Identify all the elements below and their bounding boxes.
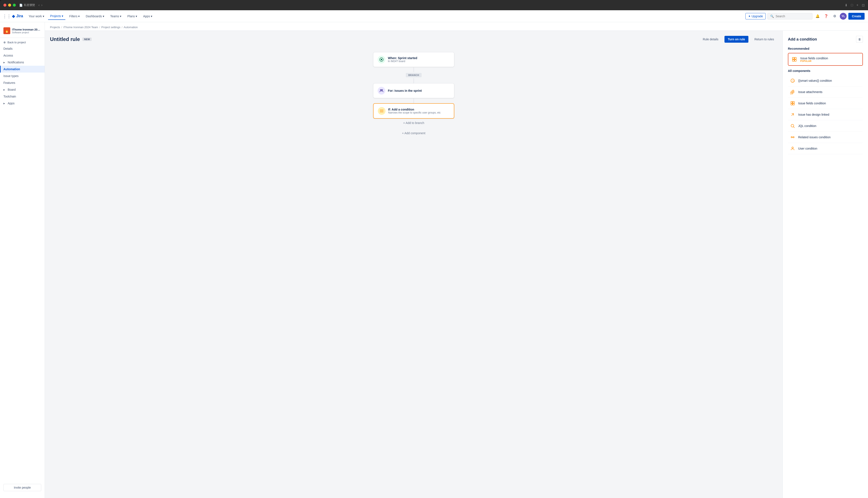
sidebar-bottom: Invite people [0, 481, 44, 495]
breadcrumb-project-settings[interactable]: Project settings [101, 26, 120, 29]
component-jql[interactable]: JQL condition [788, 120, 863, 132]
nav-plans[interactable]: Plans ▾ [125, 13, 139, 19]
notifications-expand-icon: ▶ [3, 61, 5, 64]
for-node[interactable]: For: Issues in the sprint [373, 83, 454, 98]
nav-dashboards[interactable]: Dashboards ▾ [84, 13, 106, 19]
trigger-node-text: When: Sprint started In IM24T board [388, 56, 450, 63]
your-work-arrow: ▾ [43, 14, 44, 18]
breadcrumb-sep-3: / [122, 26, 123, 29]
delete-icon: 🗑 [858, 38, 861, 41]
related-issues-label: Related issues condition [798, 135, 831, 139]
user-condition-label: User condition [798, 147, 817, 150]
trigger-node[interactable]: When: Sprint started In IM24T board [373, 52, 454, 67]
search-input[interactable] [776, 14, 810, 18]
nav-teams[interactable]: Teams ▾ [108, 13, 124, 19]
sidebar-item-features[interactable]: Features [0, 79, 44, 86]
main-content: Projects / iThome Ironman 2024 Team / Pr… [45, 22, 868, 498]
recommended-icon [791, 56, 798, 63]
nav-apps[interactable]: Apps ▾ [141, 13, 154, 19]
settings-button[interactable]: ⚙ [831, 13, 838, 19]
smart-values-label: {{smart values}} condition [798, 79, 832, 82]
project-info: iThome Ironman 2024 ... Software project [12, 28, 41, 34]
svg-point-1 [381, 59, 382, 61]
filters-label: Filters [69, 14, 77, 18]
back-to-project-link[interactable]: ⊕ Back to project [0, 39, 44, 45]
sidebar-item-apps[interactable]: ▶ Apps [0, 100, 44, 107]
flow-connector-3 [413, 98, 414, 103]
recommended-badge: POPULAR [800, 60, 860, 62]
sidebar-item-issue-types[interactable]: Issue types [0, 73, 44, 79]
mac-window-chrome: 📄 私密瀏覽 ‹ › ⬇ □ + ⊡ [0, 0, 868, 10]
breadcrumb: Projects / iThome Ironman 2024 Team / Pr… [45, 22, 868, 31]
branch-label: BRANCH [406, 73, 422, 77]
component-issue-fields[interactable]: Issue fields condition [788, 98, 863, 109]
turn-on-rule-button[interactable]: Turn on rule [725, 36, 749, 43]
create-button[interactable]: Create [848, 13, 865, 19]
features-label: Features [3, 81, 15, 84]
back-nav-button[interactable]: ‹ [38, 3, 39, 7]
projects-arrow: ▾ [62, 14, 63, 18]
fullscreen-button[interactable] [13, 4, 16, 6]
issue-attachments-label: Issue attachments [798, 90, 822, 94]
breadcrumb-projects[interactable]: Projects [50, 26, 60, 29]
teams-label: Teams [110, 14, 119, 18]
upgrade-button[interactable]: ✦ Upgrade [745, 13, 766, 19]
search-icon: 🔍 [770, 14, 774, 18]
help-button[interactable]: ❓ [823, 13, 830, 19]
component-smart-values[interactable]: {{}} {{smart values}} condition [788, 75, 863, 87]
invite-people-button[interactable]: Invite people [3, 484, 41, 491]
svg-rect-11 [793, 102, 794, 103]
notifications-bell-button[interactable]: 🔔 [814, 13, 821, 19]
rule-editor: Untitled rule NEW Rule details Turn on r… [45, 31, 782, 498]
bookmark-icon[interactable]: □ [851, 3, 853, 7]
condition-node[interactable]: If: Add a condition Narrows the scope to… [373, 103, 454, 119]
trigger-title: When: Sprint started [388, 56, 450, 60]
svg-rect-6 [792, 60, 794, 61]
new-tab-icon[interactable]: + [856, 3, 858, 7]
close-button[interactable] [3, 4, 7, 6]
user-condition-icon [790, 145, 795, 152]
add-component-button[interactable]: + Add component [402, 129, 425, 137]
search-bar[interactable]: 🔍 [767, 13, 813, 19]
details-label: Details [3, 47, 13, 50]
sidebar-item-automation[interactable]: Automation [0, 66, 44, 73]
sidebar-item-access[interactable]: Access [0, 52, 44, 59]
project-icon: 🔥 [3, 27, 10, 34]
sidebar-item-toolchain[interactable]: Toolchain [0, 93, 44, 100]
component-issue-design[interactable]: Issue has design linked [788, 109, 863, 120]
jira-logo[interactable]: ◆ Jira [12, 14, 23, 18]
component-issue-attachments[interactable]: Issue attachments [788, 87, 863, 98]
issue-design-icon [790, 112, 795, 118]
project-name: iThome Ironman 2024 ... [12, 28, 41, 31]
minimize-button[interactable] [8, 4, 11, 6]
content-area: Untitled rule NEW Rule details Turn on r… [45, 31, 868, 498]
filters-arrow: ▾ [78, 14, 80, 18]
share-icon[interactable]: ⊡ [862, 3, 865, 7]
svg-rect-10 [791, 102, 792, 103]
component-user-condition[interactable]: User condition [788, 143, 863, 154]
user-avatar[interactable]: YL [840, 13, 847, 19]
jql-label: JQL condition [798, 124, 816, 128]
related-issues-icon [790, 134, 795, 140]
breadcrumb-team[interactable]: iThome Ironman 2024 Team [63, 26, 98, 29]
add-to-branch-button[interactable]: + Add to branch [403, 119, 424, 127]
sidebar-item-details[interactable]: Details [0, 45, 44, 52]
forward-nav-button[interactable]: › [41, 3, 42, 7]
grid-menu-button[interactable]: ⋮⋮ [3, 13, 10, 19]
nav-your-work[interactable]: Your work ▾ [26, 13, 46, 19]
nav-projects[interactable]: Projects ▾ [48, 13, 66, 20]
return-to-rules-button[interactable]: Return to rules [751, 36, 777, 43]
recommended-issue-fields[interactable]: Issue fields condition POPULAR [788, 53, 863, 66]
svg-point-2 [380, 89, 381, 91]
sidebar-item-notifications[interactable]: ▶ Notifications [0, 59, 44, 66]
delete-panel-button[interactable]: 🗑 [856, 36, 863, 43]
tab-icon: 📄 [19, 4, 23, 7]
rule-details-button[interactable]: Rule details [699, 36, 722, 43]
apps-expand-icon: ▶ [3, 102, 5, 105]
component-related-issues[interactable]: Related issues condition [788, 132, 863, 143]
condition-subtitle: Narrows the scope to specific user group… [388, 111, 450, 114]
download-icon[interactable]: ⬇ [845, 3, 847, 7]
flow-diagram: When: Sprint started In IM24T board BRAN… [50, 48, 777, 142]
nav-filters[interactable]: Filters ▾ [67, 13, 82, 19]
sidebar-item-board[interactable]: ▶ Board [0, 86, 44, 93]
